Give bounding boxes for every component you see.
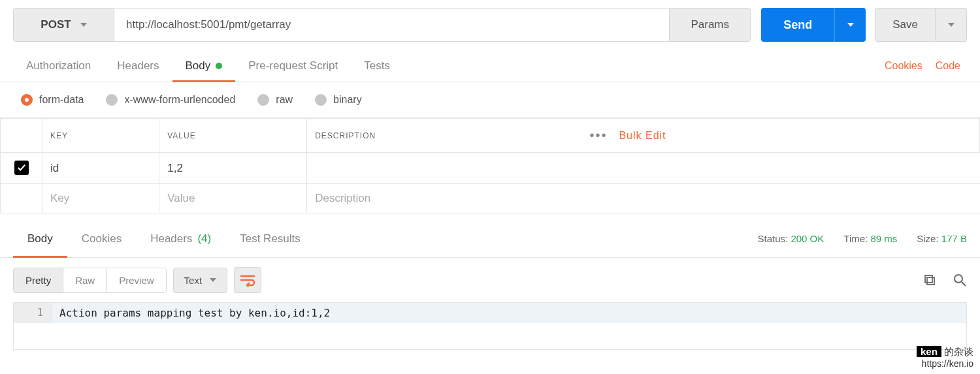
headers-count: (4) [197,232,211,245]
body-type-raw[interactable]: raw [257,94,293,106]
view-raw-button[interactable]: Raw [63,268,106,292]
body-type-urlencoded[interactable]: x-www-form-urlencoded [106,94,235,106]
table-row[interactable]: id 1,2 [1,153,980,184]
http-method-select[interactable]: POST [13,8,114,42]
resp-tab-test-results[interactable]: Test Results [225,220,315,257]
wrap-icon [240,273,255,287]
chevron-down-icon [948,23,955,27]
chevron-down-icon [80,23,87,27]
view-preview-button[interactable]: Preview [106,268,165,292]
cell-key[interactable]: id [42,153,159,184]
chevron-down-icon [210,278,216,282]
response-text[interactable]: Action params mapping test by ken.io,id:… [52,303,966,323]
cell-description-placeholder[interactable]: Description [307,184,980,213]
watermark: ken 的杂谈 https://ken.io [917,346,973,356]
time-value: 89 ms [870,233,897,244]
body-type-form-data[interactable]: form-data [21,94,84,106]
col-value: VALUE [159,119,307,153]
status-value: 200 OK [791,233,824,244]
response-meta: Status: 200 OK Time: 89 ms Size: 177 B [758,233,967,244]
body-type-binary[interactable]: binary [315,94,362,106]
send-dropdown-button[interactable] [834,8,866,42]
svg-line-4 [962,282,966,286]
response-body: 1 Action params mapping test by ken.io,i… [13,302,967,350]
tab-headers[interactable]: Headers [104,50,172,82]
table-row-new[interactable]: Key Value Description [1,184,980,213]
size-value: 177 B [941,233,967,244]
modified-dot-icon [216,63,222,69]
bulk-edit-link[interactable]: Bulk Edit [619,130,666,142]
url-input[interactable] [114,8,669,42]
cell-value-placeholder[interactable]: Value [159,184,307,213]
radio-icon [106,94,118,106]
cell-value[interactable]: 1,2 [159,153,307,184]
radio-icon [21,94,33,106]
col-description: DESCRIPTION [307,119,561,153]
view-mode-segment: Pretty Raw Preview [13,268,167,293]
form-data-table: KEY VALUE DESCRIPTION ••• Bulk Edit id 1… [0,118,980,213]
cell-description[interactable] [307,153,980,184]
svg-rect-2 [925,275,932,283]
http-method-label: POST [41,18,71,31]
resp-tab-body[interactable]: Body [13,220,67,257]
radio-icon [315,94,327,106]
save-dropdown-button[interactable] [936,8,967,42]
cookies-link[interactable]: Cookies [878,60,929,72]
send-button[interactable]: Send [761,8,834,42]
row-checkbox[interactable] [14,161,29,175]
view-pretty-button[interactable]: Pretty [14,268,63,292]
svg-rect-1 [927,277,934,285]
search-icon[interactable] [953,273,967,287]
tab-authorization[interactable]: Authorization [13,50,104,82]
save-button[interactable]: Save [875,8,936,42]
tab-prerequest[interactable]: Pre-request Script [235,50,351,82]
check-icon [17,163,26,172]
line-number: 1 [14,303,52,323]
cell-key-placeholder[interactable]: Key [42,184,159,213]
more-icon[interactable]: ••• [589,128,607,143]
format-select[interactable]: Text [173,268,228,293]
wrap-lines-button[interactable] [234,267,261,293]
svg-point-3 [955,275,962,283]
resp-tab-cookies[interactable]: Cookies [67,220,136,257]
copy-icon[interactable] [923,273,937,287]
radio-icon [257,94,269,106]
resp-tab-headers[interactable]: Headers (4) [136,220,225,257]
col-key: KEY [42,119,159,153]
tab-body[interactable]: Body [172,50,236,82]
tab-tests[interactable]: Tests [351,50,403,82]
chevron-down-icon [847,23,854,27]
code-link[interactable]: Code [929,60,967,72]
params-button[interactable]: Params [669,8,751,42]
